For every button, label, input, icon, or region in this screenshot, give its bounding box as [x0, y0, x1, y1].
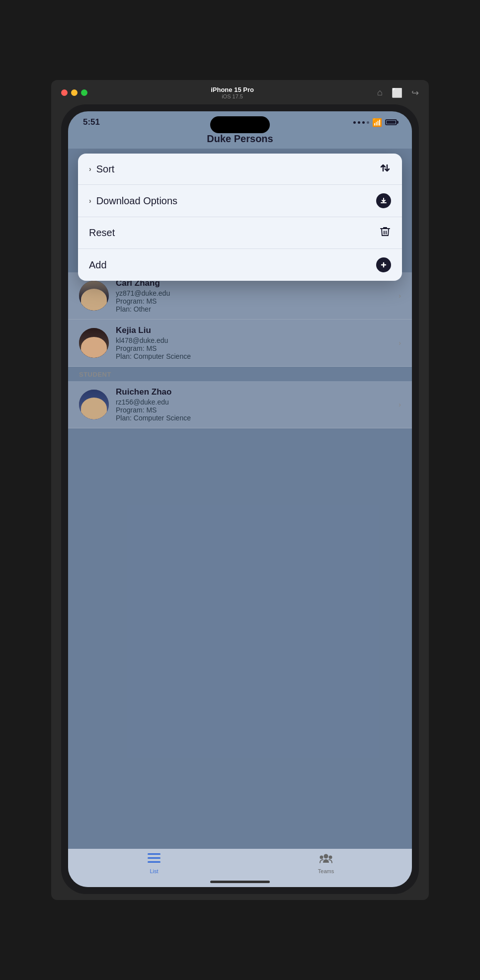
signal-dot-2 — [358, 121, 360, 124]
person-info-carl-zhang: Carl Zhang yz871@duke.edu Program: MS Pl… — [116, 278, 392, 313]
list-item[interactable]: Ruichen Zhao rz156@duke.edu Program: MS … — [68, 381, 412, 428]
list-item[interactable]: Kejia Liu kl478@duke.edu Program: MS Pla… — [68, 320, 412, 367]
phone-inner: 5:51 📶 Duke Persons — [68, 111, 412, 887]
sort-updown-icon — [379, 162, 391, 176]
svg-rect-2 — [148, 861, 160, 863]
download-circle-icon — [376, 193, 391, 208]
battery-icon — [385, 119, 397, 125]
signal-dot-4 — [367, 121, 369, 124]
menu-item-reset[interactable]: Reset — [78, 217, 402, 249]
list-tab-icon — [148, 853, 160, 867]
person-info-kejia-liu: Kejia Liu kl478@duke.edu Program: MS Pla… — [116, 326, 392, 360]
signal-dots — [353, 121, 369, 124]
download-options-label: Download Options — [96, 195, 177, 207]
teams-tab-label: Teams — [318, 868, 334, 874]
status-bar: 5:51 📶 — [68, 111, 412, 131]
person-email: kl478@duke.edu — [116, 336, 392, 344]
person-plan: Plan: Computer Science — [116, 352, 392, 360]
person-program: Program: MS — [116, 297, 392, 305]
person-name: Ruichen Zhao — [116, 387, 392, 397]
row-chevron-icon: › — [399, 401, 401, 408]
person-program: Program: MS — [116, 406, 392, 414]
battery-fill — [387, 121, 396, 124]
simulator-titlebar: iPhone 15 Pro iOS 17.5 ⌂ ⬜ ↪ — [61, 86, 419, 99]
home-bar — [210, 881, 270, 883]
main-content: TA Carl Zhang — [68, 149, 412, 849]
minimize-button[interactable] — [71, 89, 78, 96]
tab-list[interactable]: List — [68, 853, 240, 874]
signal-dot-3 — [362, 121, 365, 124]
nav-bar: Duke Persons — [68, 131, 412, 149]
person-email: yz871@duke.edu — [116, 289, 392, 297]
maximize-button[interactable] — [81, 89, 87, 96]
menu-item-sort-left: › Sort — [89, 163, 114, 175]
row-chevron-icon: › — [399, 339, 401, 347]
screenshot-icon[interactable]: ⬜ — [392, 87, 402, 98]
wifi-icon: 📶 — [372, 118, 382, 127]
svg-rect-0 — [148, 853, 160, 855]
close-button[interactable] — [61, 89, 68, 96]
status-icons: 📶 — [353, 118, 397, 127]
svg-point-3 — [324, 854, 328, 859]
svg-point-4 — [320, 856, 323, 859]
person-plan: Plan: Other — [116, 305, 392, 313]
nav-title: Duke Persons — [207, 133, 273, 144]
download-chevron-icon: › — [89, 197, 91, 205]
tab-teams[interactable]: Teams — [240, 853, 412, 874]
background-list: TA Carl Zhang — [68, 258, 412, 849]
person-program: Program: MS — [116, 344, 392, 352]
teams-tab-icon — [319, 853, 333, 867]
simulator-frame: iPhone 15 Pro iOS 17.5 ⌂ ⬜ ↪ 5:51 — [51, 80, 429, 900]
simulator-controls: ⌂ ⬜ ↪ — [377, 87, 419, 98]
menu-item-add[interactable]: Add — [78, 249, 402, 281]
tab-bar: List Teams — [68, 849, 412, 876]
add-label: Add — [89, 259, 107, 271]
row-chevron-icon: › — [399, 292, 401, 300]
traffic-lights — [61, 89, 87, 96]
svg-point-5 — [329, 856, 332, 859]
menu-item-sort[interactable]: › Sort — [78, 154, 402, 185]
simulator-subtitle: iOS 17.5 — [211, 93, 254, 99]
reset-label: Reset — [89, 227, 115, 239]
sort-chevron-icon: › — [89, 165, 91, 173]
person-info-ruichen-zhao: Ruichen Zhao rz156@duke.edu Program: MS … — [116, 387, 392, 422]
dynamic-island — [210, 116, 270, 133]
person-name: Kejia Liu — [116, 326, 392, 335]
rotate-icon[interactable]: ↪ — [411, 87, 419, 98]
home-indicator — [68, 876, 412, 887]
person-plan: Plan: Computer Science — [116, 414, 392, 422]
menu-item-download-left: › Download Options — [89, 195, 177, 207]
trash-icon — [379, 226, 391, 240]
signal-dot-1 — [353, 121, 356, 124]
avatar-ruichen-zhao — [79, 390, 109, 419]
avatar-kejia-liu — [79, 328, 109, 358]
context-menu: › Sort › — [78, 154, 402, 281]
person-email: rz156@duke.edu — [116, 398, 392, 406]
phone-outer: 5:51 📶 Duke Persons — [61, 104, 419, 894]
section-header-student: STUDENT — [68, 367, 412, 381]
add-circle-icon — [376, 257, 391, 272]
sort-label: Sort — [96, 163, 115, 175]
avatar-carl-zhang — [79, 281, 109, 311]
menu-item-download-options[interactable]: › Download Options — [78, 185, 402, 217]
simulator-title: iPhone 15 Pro — [211, 86, 254, 93]
svg-rect-1 — [148, 857, 160, 859]
home-icon[interactable]: ⌂ — [377, 87, 383, 98]
list-tab-label: List — [150, 868, 158, 874]
status-time: 5:51 — [83, 117, 100, 127]
